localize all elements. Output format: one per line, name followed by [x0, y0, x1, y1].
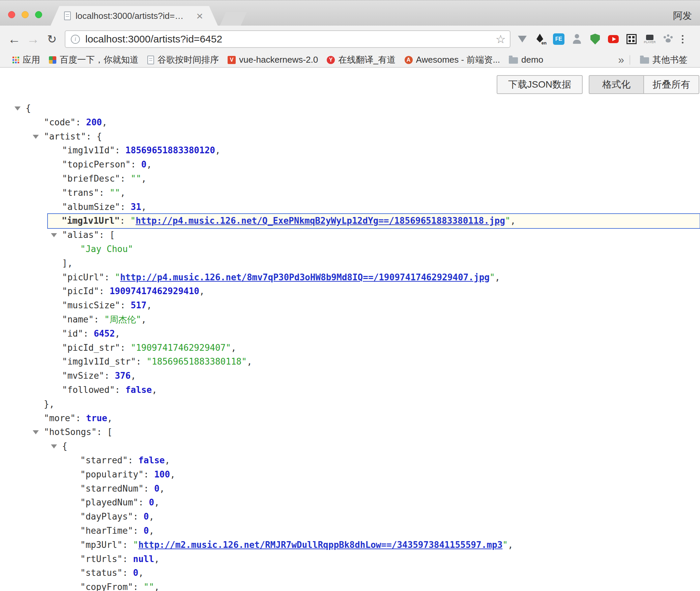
collapse-toggle-icon[interactable]	[14, 106, 21, 111]
json-row: "followed": false,	[0, 383, 700, 397]
json-rows: {"code": 200,"artist": {"img1v1Id": 1856…	[0, 101, 700, 591]
json-row: "trans": "",	[0, 186, 700, 200]
json-row: "img1v1Id": 18569651883380120,	[0, 144, 700, 158]
browser-tab[interactable]: localhost:3000/artists?id=645 ×	[51, 6, 218, 26]
json-row: "popularity": 100,	[0, 468, 700, 482]
url-input[interactable]	[85, 33, 491, 45]
json-link[interactable]: http://p4.music.126.net/8mv7qP30Pd3oHW8b…	[120, 272, 490, 282]
tab-title: localhost:3000/artists?id=645	[76, 11, 187, 21]
collapse-all-button[interactable]: 折叠所有	[644, 75, 699, 94]
json-string: ""	[110, 188, 120, 198]
json-row: "picUrl": "http://p4.music.126.net/8mv7q…	[0, 271, 700, 285]
bookmarks-right: » 其他书签	[618, 54, 692, 66]
json-punct: ,	[141, 202, 147, 212]
json-string: "	[130, 216, 136, 226]
json-row: "Jay Chou"	[0, 242, 700, 256]
json-key: "trans"	[62, 188, 99, 198]
json-punct: ,	[141, 314, 147, 324]
reload-button[interactable]: ↻	[42, 32, 61, 46]
bookmark-item[interactable]: Vvue-hackernews-2.0	[223, 53, 322, 67]
json-punct: :	[120, 343, 130, 353]
browser-menu-icon[interactable]	[675, 33, 690, 45]
omnibox[interactable]: i ☆	[65, 30, 511, 48]
json-row: "name": "周杰伦",	[0, 313, 700, 327]
json-punct: ,	[138, 568, 144, 578]
json-punct: :	[131, 159, 141, 169]
json-row: "mvSize": 376,	[0, 369, 700, 383]
json-punct: :	[133, 582, 144, 591]
qrcode-icon[interactable]	[626, 33, 637, 45]
profile-person-icon[interactable]	[571, 33, 583, 45]
json-key: "musicSize"	[62, 300, 120, 310]
apps-shortcut[interactable]: 应用	[8, 53, 45, 67]
bookmark-item[interactable]: demo	[504, 53, 548, 67]
folder-icon	[509, 57, 518, 64]
bookmark-star-icon[interactable]: ☆	[496, 32, 506, 46]
other-bookmarks-button[interactable]: 其他书签	[636, 54, 692, 66]
json-punct: ,	[131, 371, 136, 381]
json-punct: :	[115, 145, 125, 155]
bookmarks-overflow-icon[interactable]: »	[618, 54, 624, 66]
json-punct: ,	[495, 272, 500, 282]
json-string: "	[505, 216, 511, 226]
vimium-flag-icon[interactable]	[517, 33, 528, 45]
collapse-toggle-icon[interactable]	[51, 233, 57, 237]
json-link[interactable]: http://m2.music.126.net/RMJR7wDullRqppBk…	[138, 540, 502, 550]
json-punct: ,	[107, 413, 113, 423]
json-key: "mp3Url"	[80, 540, 122, 550]
tab-close-icon[interactable]: ×	[196, 10, 203, 22]
json-number: 18569651883380120	[125, 145, 215, 155]
fe-icon[interactable]: FE	[553, 33, 564, 45]
json-punct: :	[94, 314, 104, 324]
page-info-icon[interactable]: i	[71, 35, 80, 44]
json-string: ""	[131, 174, 141, 184]
back-button[interactable]: ←	[5, 32, 24, 46]
json-row: "briefDesc": "",	[0, 172, 700, 186]
json-row: "picId_str": "19097417462929407",	[0, 341, 700, 355]
player-icon[interactable]: PLAYER	[644, 33, 655, 45]
json-number: false	[138, 455, 165, 465]
json-key: "more"	[44, 413, 76, 423]
json-key: "picId"	[62, 286, 99, 296]
translate-pen-icon[interactable]: en	[535, 33, 546, 45]
json-punct: ,	[508, 540, 513, 550]
profile-name: 阿发	[673, 9, 692, 22]
json-row: "mp3Url": "http://m2.music.126.net/RMJR7…	[0, 538, 700, 552]
json-number: 0	[144, 511, 149, 522]
bookmark-item[interactable]: 百度一下，你就知道	[45, 53, 143, 67]
format-button[interactable]: 格式化	[589, 75, 644, 94]
bookmark-item[interactable]: 谷歌按时间排序	[143, 53, 223, 67]
new-tab-button[interactable]	[220, 12, 247, 26]
json-key: "dayPlays"	[80, 511, 133, 522]
json-key: "mvSize"	[62, 371, 104, 381]
json-punct: ,	[215, 145, 221, 155]
json-punct: ,	[159, 484, 165, 494]
json-link[interactable]: http://p4.music.126.net/Q_ExePNkmqB2yWyL…	[136, 216, 505, 226]
window-close-button[interactable]	[8, 11, 15, 18]
json-number: 6452	[94, 329, 115, 339]
json-punct: : {	[86, 131, 102, 142]
json-key: "followed"	[62, 385, 115, 395]
adblock-shield-icon[interactable]	[589, 33, 601, 45]
download-json-button[interactable]: 下载JSON数据	[497, 75, 583, 94]
json-row: "artist": {	[0, 130, 700, 144]
youtube-icon[interactable]	[608, 33, 619, 45]
window-zoom-button[interactable]	[35, 11, 42, 18]
bookmark-item[interactable]: Y在线翻译_有道	[322, 53, 400, 67]
json-row-selected: "img1v1Url": "http://p4.music.126.net/Q_…	[48, 214, 700, 228]
window-minimize-button[interactable]	[22, 11, 29, 18]
json-row: "starredNum": 0,	[0, 482, 700, 496]
bookmark-item[interactable]: AAwesomes - 前端资...	[400, 53, 504, 67]
json-key: "alias"	[62, 230, 99, 240]
json-punct: ,	[152, 385, 157, 395]
collapse-toggle-icon[interactable]	[33, 135, 39, 139]
collapse-toggle-icon[interactable]	[51, 444, 57, 448]
vue-icon: V	[228, 56, 236, 64]
collapse-toggle-icon[interactable]	[33, 430, 39, 434]
paw-icon[interactable]	[662, 33, 674, 45]
json-key: "copyFrom"	[80, 582, 133, 591]
json-string: "	[502, 540, 508, 550]
window-titlebar: localhost:3000/artists?id=645 × 阿发	[0, 0, 700, 26]
json-number: 0	[154, 484, 159, 494]
json-row: "starred": false,	[0, 454, 700, 468]
